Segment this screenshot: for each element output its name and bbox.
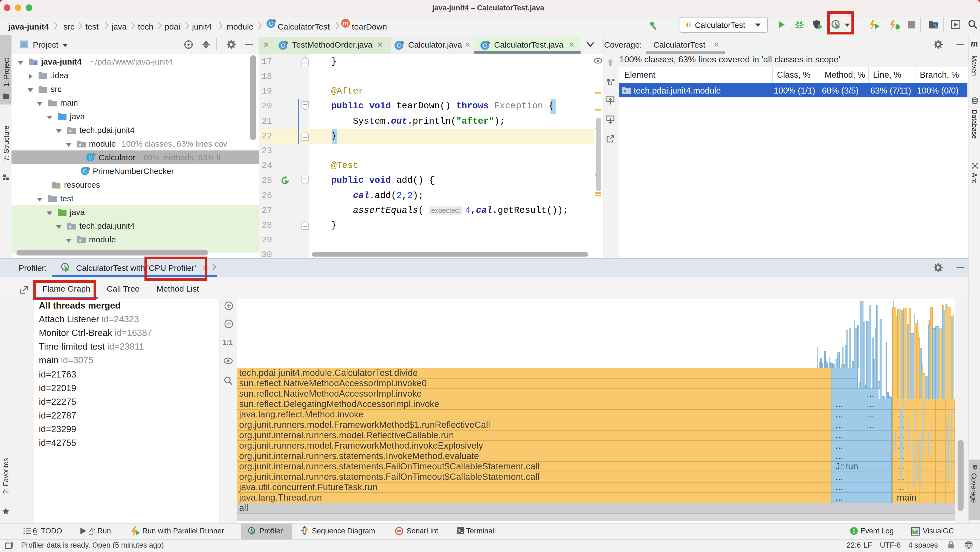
svg-text:...: ...: [897, 482, 904, 492]
svg-text:org.junit.internal.runners.sta: org.junit.internal.runners.statements.Fa…: [239, 471, 539, 481]
svg-text:...: ...: [835, 419, 843, 430]
svg-text:2: 2: [853, 528, 856, 534]
svg-text:org.junit.internal.runners.sta: org.junit.internal.runners.statements.Fa…: [239, 461, 539, 471]
svg-text:m: m: [343, 20, 348, 27]
svg-text:...: ...: [867, 388, 874, 398]
svg-text:...: ...: [835, 399, 843, 409]
svg-text:...: ...: [867, 419, 874, 430]
svg-text:main: main: [897, 492, 916, 502]
svg-text:all: all: [239, 503, 248, 512]
svg-text:sun.reflect.NativeMethodAccess: sun.reflect.NativeMethodAccessorImpl.inv…: [239, 388, 422, 398]
svg-text:...: ...: [835, 492, 843, 502]
svg-text:C: C: [483, 42, 487, 49]
svg-text:...: ...: [835, 409, 843, 419]
svg-text:C: C: [269, 20, 273, 27]
svg-text:org.junit.internal.runners.mod: org.junit.internal.runners.model.Reflect…: [239, 430, 453, 440]
svg-text:java.lang.reflect.Method.invok: java.lang.reflect.Method.invoke: [239, 409, 363, 419]
svg-text:...: ...: [867, 409, 874, 419]
svg-text:C: C: [397, 42, 401, 49]
svg-text:...: ...: [867, 399, 874, 409]
svg-text:...: ...: [835, 430, 843, 440]
svg-text:C: C: [88, 154, 92, 161]
svg-text:java.util.concurrent.FutureTas: java.util.concurrent.FutureTask.run: [239, 482, 377, 492]
svg-text:org.junit.internal.runners.sta: org.junit.internal.runners.statements.In…: [239, 450, 479, 461]
svg-text:sun.reflect.DelegatingMethodAc: sun.reflect.DelegatingMethodAccessorImpl…: [239, 399, 439, 409]
svg-text:C: C: [83, 168, 86, 174]
svg-text:...: ...: [835, 482, 843, 492]
svg-text:tech.pdai.junit4.module.Calcul: tech.pdai.junit4.module.CalculatorTest.d…: [239, 367, 417, 377]
svg-text:J::run: J::run: [835, 461, 858, 471]
svg-text:org.junit.runners.model.Framew: org.junit.runners.model.FrameworkMethod.…: [239, 440, 483, 450]
svg-text:java.lang.Thread.run: java.lang.Thread.run: [239, 492, 322, 502]
svg-text:...: ...: [835, 471, 843, 481]
svg-text:org.junit.runners.model.Framew: org.junit.runners.model.FrameworkMethod$…: [239, 419, 490, 430]
svg-text:sun.reflect.NativeMethodAccess: sun.reflect.NativeMethodAccessorImpl.inv…: [239, 378, 426, 388]
svg-text:C: C: [281, 42, 285, 49]
svg-text:...: ...: [835, 440, 843, 450]
svg-text:...: ...: [835, 450, 843, 461]
